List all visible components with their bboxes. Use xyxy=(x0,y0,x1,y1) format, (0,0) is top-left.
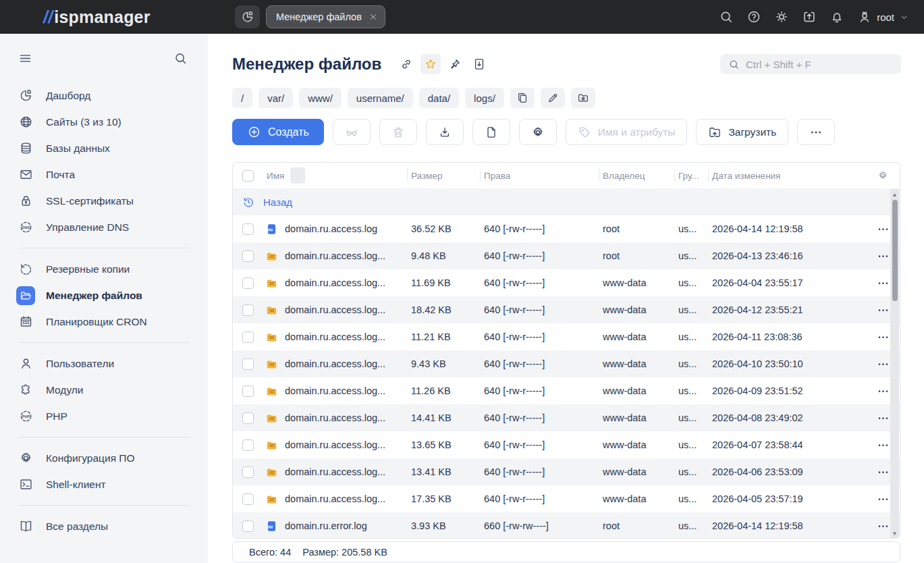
row-checkbox[interactable] xyxy=(242,304,254,316)
table-row[interactable]: domain.ru.error.log3.93 KB660 [-rw-rw---… xyxy=(233,512,900,539)
row-checkbox[interactable] xyxy=(242,520,254,532)
copy-path-button[interactable] xyxy=(510,88,535,108)
more-button[interactable] xyxy=(797,119,835,145)
sidebar-item-users[interactable]: Пользователи xyxy=(0,350,208,377)
column-header-perms[interactable]: Права xyxy=(480,163,599,188)
table-row[interactable]: GZdomain.ru.access.log...13.65 KB640 [-r… xyxy=(233,431,900,458)
column-header-owner[interactable]: Владелец xyxy=(599,163,674,188)
theme-icon[interactable] xyxy=(774,9,789,24)
tab-file-manager[interactable]: Менеджер файлов xyxy=(266,5,385,28)
sidebar-item-php[interactable]: PHPPHP xyxy=(0,403,208,429)
file-name-cell[interactable]: GZdomain.ru.access.log... xyxy=(263,493,407,505)
row-checkbox[interactable] xyxy=(242,385,254,397)
breadcrumb-segment-1[interactable]: var/ xyxy=(259,88,293,108)
file-name-cell[interactable]: GZdomain.ru.access.log... xyxy=(263,466,407,478)
column-header-date[interactable]: Дата изменения xyxy=(708,163,866,188)
favorite-folder-button[interactable] xyxy=(571,88,595,108)
file-name-cell[interactable]: GZdomain.ru.access.log... xyxy=(263,304,407,316)
file-name-cell[interactable]: GZdomain.ru.access.log... xyxy=(263,385,407,397)
file-name-cell[interactable]: GZdomain.ru.access.log... xyxy=(263,331,407,343)
sidebar-item-cron-scheduler[interactable]: Планировщик CRON xyxy=(0,309,208,335)
table-row[interactable]: GZdomain.ru.access.log...11.69 KB640 [-r… xyxy=(233,269,900,296)
table-row[interactable]: GZdomain.ru.access.log...9.48 KB640 [-rw… xyxy=(233,242,900,269)
table-search-input[interactable] xyxy=(746,59,893,70)
select-all-checkbox[interactable] xyxy=(242,170,254,182)
sidebar-item-ssl-certificates[interactable]: SSL-сертификаты xyxy=(0,188,208,214)
row-checkbox[interactable] xyxy=(242,277,254,289)
favorite-button[interactable] xyxy=(420,54,441,74)
sidebar-item-all-sections[interactable]: Все разделы xyxy=(0,513,208,539)
column-header-name[interactable]: Имя xyxy=(263,163,407,188)
sidebar-item-backups[interactable]: Резервные копии xyxy=(0,256,208,282)
breadcrumb-segment-4[interactable]: data/ xyxy=(419,88,459,108)
row-checkbox-cell xyxy=(233,412,263,424)
create-button[interactable]: Создать xyxy=(232,119,324,145)
breadcrumb-segment-0[interactable]: / xyxy=(232,88,252,108)
sidebar-item-mail[interactable]: Почта xyxy=(0,161,208,188)
file-name-cell[interactable]: GZdomain.ru.access.log... xyxy=(263,250,407,262)
sidebar-item-modules[interactable]: Модули xyxy=(0,377,208,403)
column-header-group[interactable]: Гру... xyxy=(674,163,708,188)
row-checkbox[interactable] xyxy=(242,331,254,343)
sort-icon[interactable] xyxy=(290,167,305,184)
help-icon[interactable] xyxy=(746,9,761,24)
export-list-button[interactable] xyxy=(469,54,489,74)
table-row[interactable]: GZdomain.ru.access.log...14.41 KB640 [-r… xyxy=(233,404,900,431)
export-icon[interactable] xyxy=(802,9,817,24)
download-button[interactable] xyxy=(426,119,464,145)
table-row[interactable]: domain.ru.access.log36.52 KB640 [-rw-r--… xyxy=(233,215,900,242)
ellipsis-icon xyxy=(877,493,890,506)
row-checkbox[interactable] xyxy=(242,493,254,505)
table-row[interactable]: GZdomain.ru.access.log...11.21 KB640 [-r… xyxy=(233,323,900,350)
table-search-box[interactable] xyxy=(720,54,901,74)
notifications-icon[interactable] xyxy=(830,9,844,24)
row-checkbox[interactable] xyxy=(242,466,254,478)
file-name-cell[interactable]: GZdomain.ru.access.log... xyxy=(263,277,407,289)
table-scrollbar[interactable]: ▲ ▼ xyxy=(890,189,899,539)
sidebar-item-shell-client[interactable]: Shell-клиент xyxy=(0,471,208,498)
table-row[interactable]: GZdomain.ru.access.log...17.35 KB640 [-r… xyxy=(233,485,900,512)
sidebar-item-dashboard[interactable]: Дашборд xyxy=(0,82,208,109)
table-row[interactable]: GZdomain.ru.access.log...18.42 KB640 [-r… xyxy=(233,296,900,323)
properties-button[interactable] xyxy=(519,119,557,145)
folder-star-icon xyxy=(577,92,589,104)
file-name-cell[interactable]: domain.ru.access.log xyxy=(263,223,407,235)
file-name-cell[interactable]: domain.ru.error.log xyxy=(263,520,407,532)
back-row[interactable]: Назад xyxy=(233,188,900,215)
search-icon[interactable] xyxy=(719,9,734,24)
hamburger-icon[interactable] xyxy=(18,51,32,65)
sidebar-item-software-config[interactable]: Конфигурация ПО xyxy=(0,445,208,471)
dashboard-tab-button[interactable] xyxy=(235,5,260,28)
file-name-cell[interactable]: GZdomain.ru.access.log... xyxy=(263,439,407,451)
upload-button[interactable]: Загрузить xyxy=(696,119,788,145)
sidebar-item-databases[interactable]: Базы данных xyxy=(0,135,208,161)
file-name-cell[interactable]: GZdomain.ru.access.log... xyxy=(263,412,407,424)
copy-link-button[interactable] xyxy=(396,54,416,74)
row-checkbox[interactable] xyxy=(242,358,254,370)
sidebar-item-file-manager[interactable]: Менеджер файлов xyxy=(0,282,208,309)
edit-path-button[interactable] xyxy=(541,88,565,108)
pin-button[interactable] xyxy=(445,54,465,74)
scroll-down-arrow[interactable]: ▼ xyxy=(890,529,899,537)
column-header-size[interactable]: Размер xyxy=(407,163,480,188)
breadcrumb-segment-3[interactable]: username/ xyxy=(348,88,413,108)
copy-button[interactable] xyxy=(472,119,510,145)
scrollbar-thumb[interactable] xyxy=(892,200,898,301)
table-row[interactable]: GZdomain.ru.access.log...11.26 KB640 [-r… xyxy=(233,377,900,404)
close-icon[interactable] xyxy=(369,12,378,22)
scroll-up-arrow[interactable]: ▲ xyxy=(890,190,899,198)
breadcrumb-segment-5[interactable]: logs/ xyxy=(465,88,504,108)
table-row[interactable]: GZdomain.ru.access.log...13.41 KB640 [-r… xyxy=(233,458,900,485)
sidebar-search-icon[interactable] xyxy=(173,51,188,65)
table-row[interactable]: GZdomain.ru.access.log...9.43 KB640 [-rw… xyxy=(233,350,900,377)
row-checkbox[interactable] xyxy=(242,439,254,451)
row-checkbox[interactable] xyxy=(242,223,254,235)
file-name-cell[interactable]: GZdomain.ru.access.log... xyxy=(263,358,407,370)
breadcrumb-segment-2[interactable]: www/ xyxy=(299,88,342,108)
column-settings-button[interactable] xyxy=(866,163,900,188)
sidebar-item-sites[interactable]: Сайты (3 из 10) xyxy=(0,109,208,135)
row-checkbox[interactable] xyxy=(242,412,254,424)
row-checkbox[interactable] xyxy=(242,250,254,262)
sidebar-item-dns-management[interactable]: DNSУправление DNS xyxy=(0,214,208,240)
user-menu[interactable]: root xyxy=(857,9,909,24)
